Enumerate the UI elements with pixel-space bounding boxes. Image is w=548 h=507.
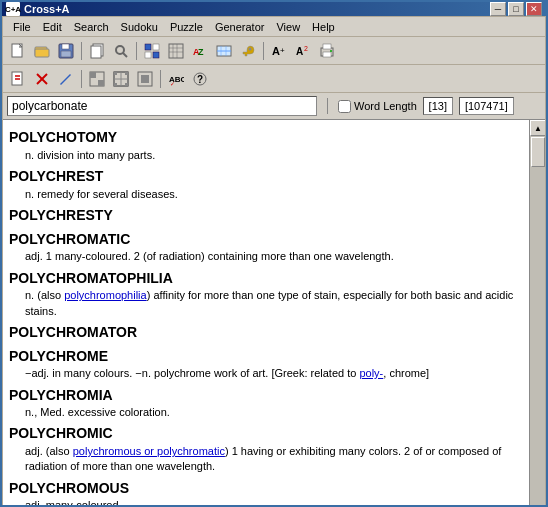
svg-rect-50 bbox=[125, 83, 128, 86]
svg-rect-11 bbox=[153, 44, 159, 50]
crossword-button[interactable] bbox=[141, 40, 163, 62]
dict-area: POLYCHOTOMYn. division into many parts.P… bbox=[3, 120, 545, 507]
svg-text:A: A bbox=[296, 46, 303, 57]
svg-rect-47 bbox=[114, 72, 117, 75]
svg-rect-13 bbox=[153, 52, 159, 58]
scroll-thumb[interactable] bbox=[531, 137, 545, 167]
word-length-checkbox[interactable] bbox=[338, 100, 351, 113]
menu-generator[interactable]: Generator bbox=[209, 19, 271, 35]
svg-rect-14 bbox=[169, 44, 183, 58]
scroll-up-button[interactable]: ▲ bbox=[530, 120, 545, 136]
entry-definition: adj. many-coloured. bbox=[25, 498, 523, 507]
svg-rect-2 bbox=[35, 49, 49, 57]
svg-rect-10 bbox=[145, 44, 151, 50]
search-sep bbox=[327, 98, 328, 114]
edit3-button[interactable] bbox=[55, 68, 77, 90]
entry-definition: n. division into many parts. bbox=[25, 148, 523, 163]
toolbar2-sep1 bbox=[81, 70, 82, 88]
svg-rect-7 bbox=[91, 46, 101, 58]
svg-text:Z: Z bbox=[198, 47, 204, 57]
minimize-button[interactable]: ─ bbox=[490, 2, 506, 16]
svg-rect-49 bbox=[114, 83, 117, 86]
toolbar-sep2 bbox=[136, 42, 137, 60]
word-length-label: Word Length bbox=[354, 100, 417, 112]
copy-button[interactable] bbox=[86, 40, 108, 62]
scroll-track[interactable] bbox=[530, 136, 545, 507]
grid-button[interactable] bbox=[165, 40, 187, 62]
entry-word: POLYCHROMATOPHILIA bbox=[9, 269, 523, 289]
maximize-button[interactable]: □ bbox=[508, 2, 524, 16]
svg-line-39 bbox=[68, 76, 69, 77]
svg-text:✓: ✓ bbox=[170, 81, 175, 87]
entry-word: POLYCHROMIC bbox=[9, 424, 523, 444]
font-button[interactable]: A+ bbox=[268, 40, 290, 62]
pattern-button[interactable] bbox=[213, 40, 235, 62]
dict-content[interactable]: POLYCHOTOMYn. division into many parts.P… bbox=[3, 120, 529, 507]
svg-point-8 bbox=[116, 46, 124, 54]
svg-text:+: + bbox=[280, 46, 285, 55]
entry-definition: n. (also polychromophilia) affinity for … bbox=[25, 288, 523, 319]
new2-button[interactable] bbox=[7, 68, 29, 90]
entry-definition: n. remedy for several diseases. bbox=[25, 187, 523, 202]
template1-button[interactable] bbox=[86, 68, 108, 90]
toolbar-row2: ABC✓ ? bbox=[3, 65, 545, 93]
menu-help[interactable]: Help bbox=[306, 19, 341, 35]
menu-edit[interactable]: Edit bbox=[37, 19, 68, 35]
template3-button[interactable] bbox=[134, 68, 156, 90]
delete-button[interactable] bbox=[31, 68, 53, 90]
entry-word: POLYCHREST bbox=[9, 167, 523, 187]
menu-search[interactable]: Search bbox=[68, 19, 115, 35]
open-button[interactable] bbox=[31, 40, 53, 62]
search-bar: Word Length [13] [107471] bbox=[3, 93, 545, 120]
entry-word: POLYCHROMATOR bbox=[9, 323, 523, 343]
toolbar2-sep2 bbox=[160, 70, 161, 88]
menu-view[interactable]: View bbox=[270, 19, 306, 35]
svg-text:A: A bbox=[272, 45, 280, 57]
title-bar: C+A Cross+A ─ □ ✕ bbox=[2, 2, 546, 16]
window-title: Cross+A bbox=[24, 3, 70, 15]
word-length-value: [13] bbox=[423, 97, 453, 115]
template2-button[interactable] bbox=[110, 68, 132, 90]
close-button[interactable]: ✕ bbox=[526, 2, 542, 16]
search-input[interactable] bbox=[7, 96, 317, 116]
toolbar-sep1 bbox=[81, 42, 82, 60]
svg-rect-4 bbox=[62, 44, 69, 49]
find-button[interactable] bbox=[110, 40, 132, 62]
svg-point-25 bbox=[249, 47, 252, 50]
svg-line-9 bbox=[123, 53, 127, 57]
print-button[interactable] bbox=[316, 40, 338, 62]
svg-text:2: 2 bbox=[304, 45, 308, 52]
svg-rect-48 bbox=[125, 72, 128, 75]
svg-rect-31 bbox=[323, 44, 331, 49]
svg-rect-41 bbox=[90, 72, 96, 78]
scrollbar[interactable]: ▲ ▼ bbox=[529, 120, 545, 507]
menu-file[interactable]: File bbox=[7, 19, 37, 35]
menu-puzzle[interactable]: Puzzle bbox=[164, 19, 209, 35]
svg-rect-32 bbox=[323, 52, 331, 57]
svg-rect-5 bbox=[61, 51, 71, 57]
app-icon: C+A bbox=[6, 2, 20, 16]
key-button[interactable] bbox=[237, 40, 259, 62]
word-count-value: [107471] bbox=[459, 97, 514, 115]
svg-rect-52 bbox=[141, 75, 149, 83]
svg-rect-42 bbox=[98, 80, 104, 86]
spell-button[interactable]: A2 bbox=[292, 40, 314, 62]
entry-word: POLYCHROMOUS bbox=[9, 479, 523, 499]
save-button[interactable] bbox=[55, 40, 77, 62]
anagram-button[interactable]: AZ bbox=[189, 40, 211, 62]
abc-button[interactable]: ABC✓ bbox=[165, 68, 187, 90]
entry-word: POLYCHOTOMY bbox=[9, 128, 523, 148]
menu-bar: File Edit Search Sudoku Puzzle Generator… bbox=[3, 17, 545, 37]
entry-definition: adj. 1 many-coloured. 2 (of radiation) c… bbox=[25, 249, 523, 264]
entry-word: POLYCHROMATIC bbox=[9, 230, 523, 250]
svg-point-33 bbox=[330, 50, 332, 52]
entry-word: POLYCHROMIA bbox=[9, 386, 523, 406]
new-button[interactable] bbox=[7, 40, 29, 62]
toolbar-sep3 bbox=[263, 42, 264, 60]
help2-button[interactable]: ? bbox=[189, 68, 211, 90]
svg-text:?: ? bbox=[197, 74, 203, 85]
entry-definition: −adj. in many colours. −n. polychrome wo… bbox=[25, 366, 523, 381]
menu-sudoku[interactable]: Sudoku bbox=[115, 19, 164, 35]
toolbar-row1: AZ A+ A2 bbox=[3, 37, 545, 65]
entry-word: POLYCHRESTY bbox=[9, 206, 523, 226]
